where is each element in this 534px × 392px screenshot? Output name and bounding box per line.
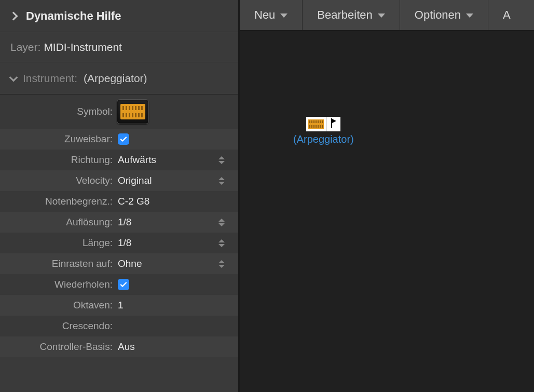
inspector-sidebar: Dynamische Hilfe Layer: MIDI-Instrument … — [0, 0, 240, 392]
param-label-crescendo: Crescendo: — [0, 320, 117, 332]
toolbar-divider — [400, 0, 400, 30]
param-label-wiederholen: Wiederholen: — [0, 279, 117, 290]
notenbegrenz-value[interactable]: C-2 G8 — [117, 196, 149, 207]
param-label-laenge: Länge: — [0, 237, 117, 249]
param-symbol: Symbol: — [0, 94, 238, 129]
velocity-stepper[interactable] — [217, 175, 226, 186]
symbol-picker[interactable] — [117, 99, 149, 124]
toolbar-bearbeiten-menu[interactable]: Bearbeiten — [312, 0, 390, 30]
layer-row[interactable]: Layer: MIDI-Instrument — [0, 32, 238, 62]
aufloesung-stepper[interactable] — [217, 217, 226, 228]
oktaven-value[interactable]: 1 — [117, 300, 124, 311]
param-einrasten: Einrasten auf: Ohne — [0, 253, 238, 274]
keyboard-icon — [308, 119, 324, 129]
param-zuweisbar: Zuweisbar: — [0, 129, 238, 150]
layer-label: Layer: — [10, 41, 40, 53]
param-velocity: Velocity: Original — [0, 170, 238, 191]
toolbar-more-label: A — [503, 8, 511, 22]
layer-value: MIDI-Instrument — [44, 41, 122, 53]
parameter-list: Symbol: Zuweisbar: Richtung: Aufwärts Ve… — [0, 94, 238, 392]
object-label: (Arpeggiator) — [293, 133, 354, 145]
param-label-zuweisbar: Zuweisbar: — [0, 133, 117, 145]
caret-down-icon — [280, 13, 287, 18]
chevron-right-icon — [9, 11, 18, 20]
param-label-oktaven: Oktaven: — [0, 300, 117, 311]
param-laenge: Länge: 1/8 — [0, 233, 238, 253]
caret-down-icon — [466, 13, 473, 18]
toolbar-divider — [488, 0, 488, 30]
einrasten-value[interactable]: Ohne — [117, 258, 142, 269]
toolbar-bearbeiten-label: Bearbeiten — [317, 8, 372, 22]
instrument-disclosure-row[interactable]: Instrument: (Arpeggiator) — [0, 62, 238, 94]
zuweisbar-checkbox[interactable] — [118, 133, 129, 145]
toolbar-neu-menu[interactable]: Neu — [249, 0, 293, 30]
param-label-richtung: Richtung: — [0, 154, 117, 166]
environment-toolbar: Neu Bearbeiten Optionen A — [240, 0, 534, 31]
environment-main: Neu Bearbeiten Optionen A — [240, 0, 534, 392]
object-icon-pair — [306, 117, 340, 131]
toolbar-divider — [302, 0, 303, 30]
param-label-controller: Controller-Basis: — [0, 341, 117, 353]
richtung-stepper[interactable] — [217, 154, 226, 166]
param-controller: Controller-Basis: Aus — [0, 336, 238, 357]
aufloesung-value[interactable]: 1/8 — [117, 217, 131, 228]
param-label-notenbegrenz: Notenbegrenz.: — [0, 196, 117, 207]
toolbar-optionen-label: Optionen — [415, 8, 461, 22]
controller-value[interactable]: Aus — [117, 341, 135, 353]
param-wiederholen: Wiederholen: — [0, 274, 238, 295]
wiederholen-checkbox[interactable] — [118, 279, 129, 290]
param-aufloesung: Auflösung: 1/8 — [0, 212, 238, 233]
param-crescendo: Crescendo: — [0, 316, 238, 336]
dynamic-help-title: Dynamische Hilfe — [26, 9, 121, 23]
laenge-value[interactable]: 1/8 — [117, 237, 131, 249]
caret-down-icon — [378, 13, 385, 18]
laenge-stepper[interactable] — [217, 237, 226, 249]
einrasten-stepper[interactable] — [217, 258, 226, 269]
flag-icon — [330, 118, 337, 128]
param-oktaven: Oktaven: 1 — [0, 295, 238, 316]
richtung-value[interactable]: Aufwärts — [117, 154, 156, 166]
object-tile-left — [306, 117, 326, 131]
dynamic-help-row[interactable]: Dynamische Hilfe — [0, 0, 238, 32]
chevron-down-icon — [9, 73, 18, 82]
object-tile-right — [326, 117, 340, 131]
arpeggiator-object[interactable]: (Arpeggiator) — [293, 117, 354, 145]
instrument-label: Instrument: — [23, 72, 77, 85]
param-label-aufloesung: Auflösung: — [0, 217, 117, 228]
toolbar-more-menu[interactable]: A — [498, 0, 516, 30]
toolbar-neu-label: Neu — [254, 8, 275, 22]
param-richtung: Richtung: Aufwärts — [0, 150, 238, 170]
velocity-value[interactable]: Original — [117, 175, 152, 186]
param-label-velocity: Velocity: — [0, 175, 117, 186]
environment-canvas[interactable]: (Arpeggiator) — [240, 31, 534, 392]
param-label-einrasten: Einrasten auf: — [0, 258, 117, 269]
instrument-value: (Arpeggiator) — [84, 72, 147, 85]
keyboard-icon — [120, 104, 145, 119]
toolbar-optionen-menu[interactable]: Optionen — [409, 0, 478, 30]
param-notenbegrenz: Notenbegrenz.: C-2 G8 — [0, 191, 238, 212]
param-label-symbol: Symbol: — [0, 106, 117, 117]
